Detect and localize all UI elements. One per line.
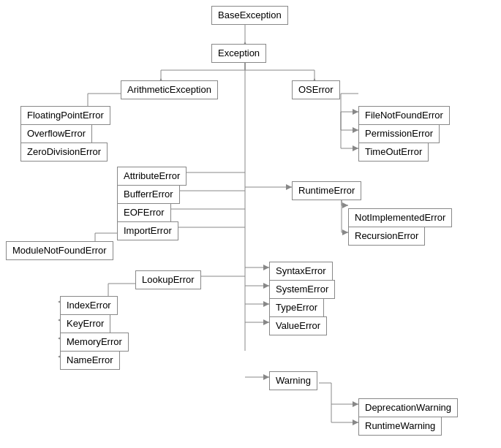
node-attributeerror: AttributeError: [117, 167, 187, 186]
node-bufferrerror: BufferrError: [117, 185, 180, 204]
node-floatingpointerror: FloatingPointError: [20, 106, 110, 125]
svg-marker-37: [263, 319, 269, 325]
svg-marker-21: [286, 184, 292, 190]
node-runtimewarning: RuntimeWarning: [358, 417, 442, 436]
node-timeouterror: TimeOutError: [358, 143, 429, 162]
node-keyerror: KeyError: [60, 314, 110, 333]
node-indexerror: IndexError: [60, 296, 118, 315]
exception-hierarchy-diagram: BaseExceptionExceptionArithmeticExceptio…: [0, 0, 501, 448]
node-zerodivisionerror: ZeroDivisionError: [20, 143, 108, 162]
node-warning: Warning: [269, 371, 317, 390]
svg-marker-33: [263, 283, 269, 289]
node-syntaxerror: SyntaxError: [269, 262, 333, 281]
node-nameerror: NameError: [60, 351, 120, 370]
node-valueerror: ValueError: [269, 316, 327, 335]
node-arithmeticexception: ArithmeticException: [121, 80, 218, 99]
svg-marker-8: [353, 127, 358, 133]
node-modulenotfounderror: ModuleNotFoundError: [6, 241, 113, 260]
node-filenotfounderror: FileNotFoundError: [358, 106, 450, 125]
svg-marker-35: [263, 301, 269, 307]
node-notimplementederror: NotImplementedError: [348, 208, 452, 227]
node-importerror: ImportError: [117, 221, 178, 240]
node-eoferror: EOFError: [117, 203, 171, 222]
svg-marker-22: [342, 202, 348, 208]
svg-marker-41: [353, 419, 358, 425]
node-oserror: OSError: [292, 80, 340, 99]
svg-marker-23: [342, 229, 348, 235]
svg-marker-31: [263, 265, 269, 270]
svg-marker-39: [263, 374, 269, 380]
node-exception: Exception: [211, 44, 266, 63]
node-baseexception: BaseException: [211, 6, 288, 25]
node-lookuperror: LookupError: [135, 270, 201, 289]
node-memoryerror: MemoryError: [60, 333, 129, 352]
node-overflowerror: OverflowError: [20, 124, 92, 143]
node-deprecationwarning: DeprecationWarning: [358, 398, 458, 417]
svg-marker-7: [353, 109, 358, 115]
node-runtimeerror: RuntimeError: [292, 181, 361, 200]
node-permissionerror: PermissionError: [358, 124, 440, 143]
svg-marker-9: [353, 145, 358, 151]
node-systemerror: SystemError: [269, 280, 335, 299]
node-typeerror: TypeError: [269, 298, 324, 317]
node-recursionerror: RecursionError: [348, 227, 425, 246]
svg-marker-40: [353, 401, 358, 407]
